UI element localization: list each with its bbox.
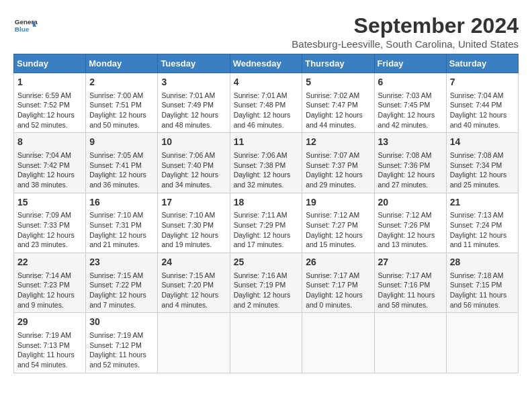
calendar-day-cell: 30Sunrise: 7:19 AM Sunset: 7:12 PM Dayli… — [86, 313, 158, 373]
day-number: 4 — [234, 76, 299, 89]
calendar-day-cell: 17Sunrise: 7:10 AM Sunset: 7:30 PM Dayli… — [158, 193, 230, 253]
day-number: 1 — [17, 76, 82, 89]
day-info: Sunrise: 7:17 AM Sunset: 7:17 PM Dayligh… — [306, 271, 370, 310]
calendar-day-cell: 29Sunrise: 7:19 AM Sunset: 7:13 PM Dayli… — [14, 313, 86, 373]
page-subtitle: Batesburg-Leesville, South Carolina, Uni… — [292, 38, 519, 50]
day-info: Sunrise: 7:08 AM Sunset: 7:36 PM Dayligh… — [378, 150, 443, 190]
day-number: 15 — [17, 196, 82, 210]
day-number: 20 — [378, 196, 443, 210]
calendar-day-cell: 5Sunrise: 7:02 AM Sunset: 7:47 PM Daylig… — [302, 73, 374, 133]
day-number: 26 — [306, 256, 370, 269]
day-number: 22 — [17, 256, 82, 269]
day-info: Sunrise: 7:12 AM Sunset: 7:27 PM Dayligh… — [306, 210, 370, 250]
day-number: 2 — [89, 76, 154, 89]
title-area: September 2024 Batesburg-Leesville, Sout… — [292, 13, 519, 50]
calendar-day-cell: 22Sunrise: 7:14 AM Sunset: 7:23 PM Dayli… — [14, 253, 86, 313]
day-info: Sunrise: 7:10 AM Sunset: 7:31 PM Dayligh… — [89, 210, 154, 250]
day-number: 16 — [89, 196, 154, 210]
day-info: Sunrise: 7:14 AM Sunset: 7:23 PM Dayligh… — [17, 271, 82, 310]
day-number: 18 — [234, 196, 299, 210]
page-title: September 2024 — [292, 13, 519, 38]
calendar-day-cell: 27Sunrise: 7:17 AM Sunset: 7:16 PM Dayli… — [374, 253, 446, 313]
day-number: 21 — [450, 196, 515, 210]
weekday-header-thursday: Thursday — [302, 54, 374, 73]
day-number: 11 — [234, 136, 299, 149]
day-number: 27 — [378, 256, 443, 269]
calendar-week-row: 22Sunrise: 7:14 AM Sunset: 7:23 PM Dayli… — [14, 253, 519, 313]
day-number: 5 — [306, 76, 370, 89]
calendar-day-cell: 24Sunrise: 7:15 AM Sunset: 7:20 PM Dayli… — [158, 253, 230, 313]
day-info: Sunrise: 6:59 AM Sunset: 7:52 PM Dayligh… — [17, 91, 82, 130]
calendar-header-row: SundayMondayTuesdayWednesdayThursdayFrid… — [14, 54, 519, 73]
calendar-day-cell: 10Sunrise: 7:06 AM Sunset: 7:40 PM Dayli… — [158, 133, 230, 193]
calendar-day-cell: 11Sunrise: 7:06 AM Sunset: 7:38 PM Dayli… — [230, 133, 302, 193]
day-number: 30 — [89, 316, 154, 329]
day-info: Sunrise: 7:02 AM Sunset: 7:47 PM Dayligh… — [306, 91, 370, 130]
weekday-header-wednesday: Wednesday — [230, 54, 302, 73]
calendar-day-cell: 4Sunrise: 7:01 AM Sunset: 7:48 PM Daylig… — [230, 73, 302, 133]
calendar-table: SundayMondayTuesdayWednesdayThursdayFrid… — [13, 54, 519, 373]
day-number: 10 — [161, 136, 226, 149]
day-info: Sunrise: 7:01 AM Sunset: 7:49 PM Dayligh… — [161, 91, 226, 130]
calendar-day-cell — [446, 313, 518, 373]
calendar-day-cell: 9Sunrise: 7:05 AM Sunset: 7:41 PM Daylig… — [86, 133, 158, 193]
day-number: 17 — [161, 196, 226, 210]
weekday-header-monday: Monday — [86, 54, 158, 73]
weekday-header-tuesday: Tuesday — [158, 54, 230, 73]
calendar-day-cell: 8Sunrise: 7:04 AM Sunset: 7:42 PM Daylig… — [14, 133, 86, 193]
calendar-day-cell: 25Sunrise: 7:16 AM Sunset: 7:19 PM Dayli… — [230, 253, 302, 313]
svg-text:Blue: Blue — [15, 26, 30, 33]
calendar-day-cell: 26Sunrise: 7:17 AM Sunset: 7:17 PM Dayli… — [302, 253, 374, 313]
day-number: 13 — [378, 136, 443, 149]
day-info: Sunrise: 7:17 AM Sunset: 7:16 PM Dayligh… — [378, 271, 443, 310]
day-number: 25 — [234, 256, 299, 269]
calendar-day-cell: 7Sunrise: 7:04 AM Sunset: 7:44 PM Daylig… — [446, 73, 518, 133]
weekday-header-friday: Friday — [374, 54, 446, 73]
day-info: Sunrise: 7:15 AM Sunset: 7:22 PM Dayligh… — [89, 271, 154, 310]
day-number: 19 — [306, 196, 370, 210]
day-number: 12 — [306, 136, 370, 149]
calendar-day-cell: 3Sunrise: 7:01 AM Sunset: 7:49 PM Daylig… — [158, 73, 230, 133]
day-info: Sunrise: 7:04 AM Sunset: 7:42 PM Dayligh… — [17, 150, 82, 190]
day-info: Sunrise: 7:18 AM Sunset: 7:15 PM Dayligh… — [450, 271, 515, 310]
header: General Blue September 2024 Batesburg-Le… — [13, 13, 519, 50]
calendar-day-cell: 1Sunrise: 6:59 AM Sunset: 7:52 PM Daylig… — [14, 73, 86, 133]
day-info: Sunrise: 7:06 AM Sunset: 7:38 PM Dayligh… — [234, 150, 299, 190]
day-number: 9 — [89, 136, 154, 149]
calendar-day-cell: 6Sunrise: 7:03 AM Sunset: 7:45 PM Daylig… — [374, 73, 446, 133]
calendar-week-row: 1Sunrise: 6:59 AM Sunset: 7:52 PM Daylig… — [14, 73, 519, 133]
day-info: Sunrise: 7:01 AM Sunset: 7:48 PM Dayligh… — [234, 91, 299, 130]
calendar-day-cell: 18Sunrise: 7:11 AM Sunset: 7:29 PM Dayli… — [230, 193, 302, 253]
calendar-day-cell — [230, 313, 302, 373]
calendar-week-row: 8Sunrise: 7:04 AM Sunset: 7:42 PM Daylig… — [14, 133, 519, 193]
calendar-day-cell — [374, 313, 446, 373]
calendar-day-cell: 12Sunrise: 7:07 AM Sunset: 7:37 PM Dayli… — [302, 133, 374, 193]
calendar-day-cell: 15Sunrise: 7:09 AM Sunset: 7:33 PM Dayli… — [14, 193, 86, 253]
calendar-day-cell: 16Sunrise: 7:10 AM Sunset: 7:31 PM Dayli… — [86, 193, 158, 253]
day-info: Sunrise: 7:03 AM Sunset: 7:45 PM Dayligh… — [378, 91, 443, 130]
day-info: Sunrise: 7:07 AM Sunset: 7:37 PM Dayligh… — [306, 150, 370, 190]
day-info: Sunrise: 7:08 AM Sunset: 7:34 PM Dayligh… — [450, 150, 515, 190]
day-number: 8 — [17, 136, 82, 149]
day-number: 3 — [161, 76, 226, 89]
day-info: Sunrise: 7:00 AM Sunset: 7:51 PM Dayligh… — [89, 91, 154, 130]
day-info: Sunrise: 7:15 AM Sunset: 7:20 PM Dayligh… — [161, 271, 226, 310]
calendar-day-cell — [302, 313, 374, 373]
calendar-day-cell: 28Sunrise: 7:18 AM Sunset: 7:15 PM Dayli… — [446, 253, 518, 313]
logo-icon: General Blue — [13, 13, 38, 38]
calendar-day-cell: 14Sunrise: 7:08 AM Sunset: 7:34 PM Dayli… — [446, 133, 518, 193]
day-number: 29 — [17, 316, 82, 329]
day-info: Sunrise: 7:04 AM Sunset: 7:44 PM Dayligh… — [450, 91, 515, 130]
calendar-day-cell: 13Sunrise: 7:08 AM Sunset: 7:36 PM Dayli… — [374, 133, 446, 193]
day-info: Sunrise: 7:16 AM Sunset: 7:19 PM Dayligh… — [234, 271, 299, 310]
day-info: Sunrise: 7:13 AM Sunset: 7:24 PM Dayligh… — [450, 210, 515, 250]
day-number: 28 — [450, 256, 515, 269]
day-info: Sunrise: 7:19 AM Sunset: 7:12 PM Dayligh… — [89, 330, 154, 370]
day-info: Sunrise: 7:11 AM Sunset: 7:29 PM Dayligh… — [234, 210, 299, 250]
day-info: Sunrise: 7:05 AM Sunset: 7:41 PM Dayligh… — [89, 150, 154, 190]
calendar-day-cell: 2Sunrise: 7:00 AM Sunset: 7:51 PM Daylig… — [86, 73, 158, 133]
day-number: 24 — [161, 256, 226, 269]
calendar-week-row: 15Sunrise: 7:09 AM Sunset: 7:33 PM Dayli… — [14, 193, 519, 253]
calendar-day-cell: 19Sunrise: 7:12 AM Sunset: 7:27 PM Dayli… — [302, 193, 374, 253]
calendar-day-cell: 23Sunrise: 7:15 AM Sunset: 7:22 PM Dayli… — [86, 253, 158, 313]
